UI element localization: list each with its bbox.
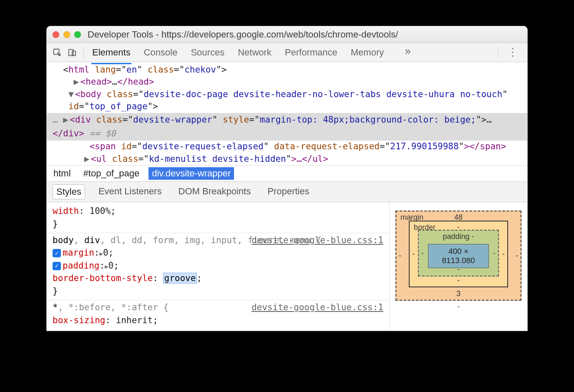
dom-node-head[interactable]: ▶<head>…</head> (47, 76, 527, 88)
inspect-element-icon[interactable] (51, 46, 63, 59)
sidebar-tabs: Styles Event Listeners DOM Breakpoints P… (47, 181, 527, 202)
tab-elements[interactable]: Elements (92, 45, 131, 60)
box-model-margin[interactable]: margin 48 - - 3 border - - - - padding -… (395, 211, 521, 301)
breadcrumb: html #top_of_page div.devsite-wrapper (47, 165, 527, 181)
expand-icon[interactable]: ▶ (63, 114, 70, 126)
subtab-styles[interactable]: Styles (53, 184, 85, 199)
minimize-icon[interactable] (63, 31, 70, 38)
devtools-window: Developer Tools - https://developers.goo… (46, 26, 528, 331)
padding-left-value[interactable]: - (421, 249, 424, 258)
border-right-value[interactable]: - (502, 250, 505, 259)
expand-icon[interactable]: ▶ (74, 76, 81, 88)
checkbox-icon[interactable]: ✓ (53, 249, 61, 257)
source-link[interactable]: devsite-google-blue.css:1 (252, 234, 383, 246)
dom-node-body[interactable]: ▼<body class="devsite-doc-page devsite-h… (47, 88, 527, 101)
dom-tree[interactable]: <html lang="en" class="chekov"> ▶<head>…… (47, 62, 527, 165)
tab-console[interactable]: Console (144, 45, 178, 60)
svg-rect-1 (69, 49, 73, 55)
outer-bottom-value: - (395, 302, 521, 311)
dom-node-ul[interactable]: ▶<ul class="kd-menulist devsite-hidden">… (47, 153, 527, 165)
tab-network[interactable]: Network (238, 45, 272, 60)
box-model-content[interactable]: 400 × 8113.080 (428, 244, 489, 268)
margin-right-value[interactable]: - (516, 251, 518, 260)
subtab-dom-breakpoints[interactable]: DOM Breakpoints (175, 184, 254, 199)
toolbar-divider (83, 47, 84, 58)
svg-rect-2 (72, 51, 76, 55)
margin-left-value[interactable]: - (399, 251, 401, 260)
settings-menu-icon[interactable]: ⋮ (503, 46, 523, 59)
source-link[interactable]: devsite-google-blue.css:1 (252, 301, 383, 314)
main-toolbar: Elements Console Sources Network Perform… (47, 43, 527, 62)
styles-pane: width: 100%; } devsite-google-blue.css:1… (47, 202, 527, 331)
box-model-padding[interactable]: padding - - - - 400 × 8113.080 (418, 230, 499, 276)
collapse-icon[interactable]: ▼ (68, 88, 75, 101)
subtab-event-listeners[interactable]: Event Listeners (95, 184, 165, 199)
border-left-value[interactable]: - (412, 250, 415, 259)
dom-node-span[interactable]: <span id="devsite-request-elapsed" data-… (47, 141, 527, 153)
styles-rules[interactable]: width: 100%; } devsite-google-blue.css:1… (47, 202, 390, 331)
box-model-border[interactable]: border - - - - padding - - - - 400 × 811… (409, 221, 508, 287)
dom-node-body-cont[interactable]: id="top_of_page"> (47, 101, 527, 113)
dom-node-html[interactable]: <html lang="en" class="chekov"> (47, 64, 527, 76)
tabs-overflow-icon[interactable]: » (405, 45, 410, 60)
expand-icon[interactable]: ▶ (105, 262, 108, 271)
margin-bottom-value[interactable]: 3 (456, 289, 461, 298)
expand-icon[interactable]: ▶ (100, 249, 103, 258)
padding-right-value[interactable]: - (493, 249, 496, 258)
window-title: Developer Tools - https://developers.goo… (88, 29, 398, 40)
property-value-input[interactable]: groove (164, 273, 197, 283)
window-controls (53, 31, 81, 38)
titlebar[interactable]: Developer Tools - https://developers.goo… (47, 26, 527, 43)
device-toggle-icon[interactable] (66, 46, 78, 59)
crumb-html[interactable]: html (50, 167, 74, 180)
close-icon[interactable] (53, 31, 59, 38)
crumb-top-of-page[interactable]: #top_of_page (80, 167, 143, 180)
tab-performance[interactable]: Performance (285, 45, 337, 60)
zoom-icon[interactable] (74, 31, 81, 38)
box-model[interactable]: margin 48 - - 3 border - - - - padding -… (390, 202, 527, 331)
style-rule[interactable]: devsite-google-blue.css:1 *, *:before, *… (47, 300, 389, 329)
crumb-devsite-wrapper[interactable]: div.devsite-wrapper (149, 167, 234, 180)
dom-node-selected-close[interactable]: </div> == $0 (47, 127, 527, 141)
border-bottom-value[interactable]: - (457, 276, 460, 285)
ellipsis-icon[interactable]: … (53, 115, 63, 125)
expand-icon[interactable]: ▶ (84, 153, 91, 165)
style-rule[interactable]: devsite-google-blue.css:1 body, div, dl,… (47, 233, 389, 300)
padding-bottom-value[interactable]: - (457, 265, 460, 274)
tab-memory[interactable]: Memory (351, 45, 384, 60)
checkbox-icon[interactable]: ✓ (53, 262, 61, 270)
dom-node-selected[interactable]: … ▶<div class="devsite-wrapper" style="m… (47, 113, 527, 127)
toolbar-divider (498, 47, 498, 58)
panel-tabs: Elements Console Sources Network Perform… (92, 45, 411, 60)
style-rule[interactable]: width: 100%; } (47, 204, 389, 233)
tab-sources[interactable]: Sources (191, 45, 224, 60)
padding-label: padding - (443, 232, 474, 241)
subtab-properties[interactable]: Properties (264, 184, 312, 199)
